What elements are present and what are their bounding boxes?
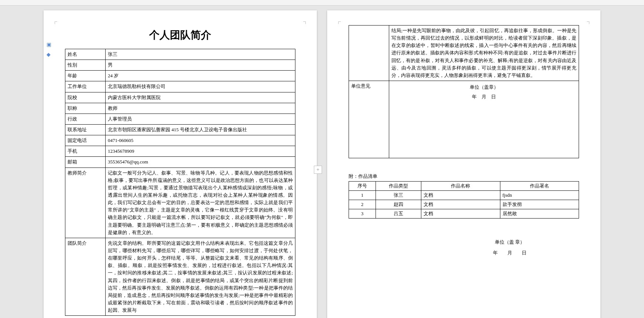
label-mail: 邮箱 bbox=[65, 157, 106, 168]
workspace: ▣ ◆ + 个人团队简介 姓名 张三 性别 男 年龄 24 岁 工作单位 北京瑞… bbox=[0, 0, 644, 318]
doc-title: 个人团队简介 bbox=[65, 28, 295, 42]
value-title: 教师 bbox=[106, 103, 295, 114]
info-table-continued: 结局;一种是先写眼前的事物，由此及彼，引起回忆，再追叙往事，形成倒叙。一种是先写… bbox=[349, 25, 579, 158]
opinion-cell: 单位（盖章） 年 月 日 bbox=[389, 81, 579, 158]
works-table: 序号 作品类型 作品名称 作品署名 1张三文档fjsdn2赵四文档款手发彻3吕五… bbox=[349, 181, 579, 219]
page-gutter-icons: ▣ ◆ bbox=[47, 41, 51, 58]
value-name: 张三 bbox=[106, 49, 295, 60]
works-cell-idx: 1 bbox=[349, 190, 376, 200]
appendix-date: 年 月 日 bbox=[441, 248, 579, 258]
works-cell-name: 文档 bbox=[421, 200, 500, 209]
label-team-cont bbox=[349, 26, 389, 81]
opinion-unit-stamp: 单位（盖章） bbox=[391, 82, 576, 92]
page-1: ▣ ◆ + 个人团队简介 姓名 张三 性别 男 年龄 24 岁 工作单位 北京瑞… bbox=[44, 10, 317, 318]
works-cell-type: 吕五 bbox=[376, 209, 421, 218]
value-sex: 男 bbox=[106, 60, 295, 71]
value-mail: 355365476@qq.com bbox=[106, 157, 295, 168]
table-row: 2赵四文档款手发彻 bbox=[349, 200, 579, 209]
label-school: 院校 bbox=[65, 92, 106, 103]
label-workunit: 工作单位 bbox=[65, 81, 106, 92]
works-cell-sign: 居然敢 bbox=[500, 209, 579, 218]
value-team-part2: 结局;一种是先写眼前的事物，由此及彼，引起回忆，再追叙往事，形成倒叙。一种是先写… bbox=[389, 26, 579, 81]
label-addr: 联系地址 bbox=[65, 124, 106, 135]
page-2: 结局;一种是先写眼前的事物，由此及彼，引起回忆，再追叙往事，形成倒叙。一种是先写… bbox=[327, 10, 600, 318]
label-name: 姓名 bbox=[65, 49, 106, 60]
label-title: 职称 bbox=[65, 103, 106, 114]
appendix: 附：作品清单 序号 作品类型 作品名称 作品署名 1张三文档fjsdn2赵四文档… bbox=[349, 173, 579, 258]
value-age: 24 岁 bbox=[106, 71, 295, 81]
value-addr: 北京市朝阳区潘家园弘善家园 415 号楼北京人卫设电子音像出版社 bbox=[106, 124, 295, 135]
add-comment-button[interactable]: + bbox=[314, 166, 322, 174]
appendix-title: 附：作品清单 bbox=[349, 173, 579, 180]
label-mobile: 手机 bbox=[65, 146, 106, 157]
info-table: 姓名 张三 性别 男 年龄 24 岁 工作单位 北京瑞德凯勒科技有限公司 院校 … bbox=[65, 49, 295, 316]
works-cell-type: 赵四 bbox=[376, 200, 421, 209]
label-tel: 固定电话 bbox=[65, 135, 106, 146]
label-team: 团队简介 bbox=[65, 238, 106, 315]
value-admin: 人事管理员 bbox=[106, 114, 295, 124]
bookmark-icon[interactable]: ▣ bbox=[47, 41, 51, 48]
works-h-idx: 序号 bbox=[349, 181, 376, 190]
value-workunit: 北京瑞德凯勒科技有限公司 bbox=[106, 81, 295, 92]
label-sex: 性别 bbox=[65, 60, 106, 71]
works-h-sign: 作品署名 bbox=[500, 181, 579, 190]
value-teacher: 记叙文一般可分为记人、叙事、写景、咏物等几种。记人，要表现人物的思想感情和性格;… bbox=[106, 168, 295, 238]
table-row: 1张三文档fjsdn bbox=[349, 190, 579, 200]
table-row: 3吕五文档居然敢 bbox=[349, 209, 579, 218]
appendix-unit-stamp: 单位（盖 章） bbox=[441, 237, 579, 248]
works-cell-sign: fjsdn bbox=[500, 190, 579, 200]
label-opinion: 单位意见 bbox=[349, 81, 389, 158]
value-school: 内蒙古医科大学附属医院 bbox=[106, 92, 295, 103]
pin-icon[interactable]: ◆ bbox=[47, 51, 51, 58]
label-age: 年龄 bbox=[65, 71, 106, 81]
opinion-date: 年 月 日 bbox=[391, 92, 576, 102]
value-mobile: 12345678909 bbox=[106, 146, 295, 157]
value-tel: 0471-060605 bbox=[106, 135, 295, 146]
works-cell-name: 文档 bbox=[421, 190, 500, 200]
label-admin: 行政 bbox=[65, 114, 106, 124]
ruler-bar bbox=[0, 0, 644, 6]
works-h-type: 作品类型 bbox=[376, 181, 421, 190]
works-h-name: 作品名称 bbox=[421, 181, 500, 190]
works-cell-name: 文档 bbox=[421, 209, 500, 218]
value-team-part1: 先说文章的结构。即所要写的这篇记叙文用什么结构来表现出来。它包括这篇文章分几层写… bbox=[106, 238, 295, 315]
works-cell-idx: 3 bbox=[349, 209, 376, 218]
works-cell-sign: 款手发彻 bbox=[500, 200, 579, 209]
works-cell-type: 张三 bbox=[376, 190, 421, 200]
label-teacher: 教师简介 bbox=[65, 168, 106, 238]
works-cell-idx: 2 bbox=[349, 200, 376, 209]
